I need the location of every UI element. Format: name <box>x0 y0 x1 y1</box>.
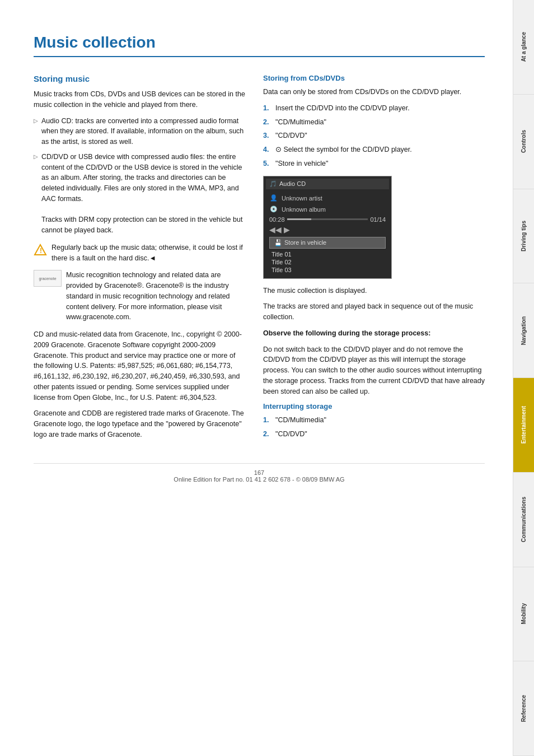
step-text: "Store in vehicle" <box>275 158 328 169</box>
interrupting-storage-heading: Interrupting storage <box>263 402 485 410</box>
warning-icon: ! <box>34 244 47 257</box>
cd-title-3: Title 03 <box>269 266 386 274</box>
bullet-triangle-icon: ▷ <box>34 116 38 125</box>
storing-from-cds-intro: Data can only be stored from CDs/DVDs on… <box>263 87 485 97</box>
right-column: Storing from CDs/DVDs Data can only be s… <box>263 74 485 446</box>
step-text: "CD/DVD" <box>275 130 307 141</box>
step-text: "CD/DVD" <box>275 429 307 440</box>
step-number: 5. <box>263 158 272 169</box>
sidebar-tab-label: Entertainment <box>521 406 527 444</box>
sidebar: At a glance Controls Driving tips Naviga… <box>513 0 534 756</box>
after-screenshot-text-2: The tracks are stored and played back in… <box>263 301 485 323</box>
play-button[interactable]: ▶ <box>284 225 290 234</box>
step-text: Insert the CD/DVD into the CD/DVD player… <box>275 103 410 114</box>
footer: 167 Online Edition for Part no. 01 41 2 … <box>34 463 485 483</box>
list-item: 1. Insert the CD/DVD into the CD/DVD pla… <box>263 103 485 114</box>
cd-controls: ◀◀ ▶ <box>269 224 386 235</box>
gracenote-trademark-text: Gracenote and CDDB are registered trade … <box>34 408 246 440</box>
step-text: "CD/Multimedia" <box>275 415 326 426</box>
sidebar-tab-entertainment[interactable]: Entertainment <box>513 378 534 473</box>
after-screenshot-text-1: The music collection is displayed. <box>263 286 485 296</box>
step-text: ⊙ Select the symbol for the CD/DVD playe… <box>275 144 412 155</box>
cd-body: 👤 Unknown artist 💿 Unknown album 00:28 0… <box>266 190 389 276</box>
bullet-list: ▷ Audio CD: tracks are converted into a … <box>34 116 246 236</box>
cd-title-1: Title 01 <box>269 250 386 258</box>
bullet-triangle-icon: ▷ <box>34 152 38 161</box>
cd-artist-row: 👤 Unknown artist <box>269 193 386 204</box>
step-number: 3. <box>263 130 272 141</box>
observe-text: Observe the following during the storage… <box>263 328 485 339</box>
list-item: 2. "CD/Multimedia" <box>263 117 485 128</box>
list-item: 2. "CD/DVD" <box>263 429 485 440</box>
storing-steps-list: 1. Insert the CD/DVD into the CD/DVD pla… <box>263 103 485 169</box>
sidebar-tab-at-a-glance[interactable]: At a glance <box>513 0 534 95</box>
page-number: 167 <box>254 469 264 476</box>
album-icon: 💿 <box>269 205 278 214</box>
sidebar-tab-label: Mobility <box>521 603 527 624</box>
sidebar-tab-controls[interactable]: Controls <box>513 95 534 189</box>
two-column-layout: Storing music Music tracks from CDs, DVD… <box>34 74 485 446</box>
progress-bar-bg <box>287 218 368 220</box>
step-number: 2. <box>263 429 272 440</box>
warning-text: Regularly back up the music data; otherw… <box>51 242 246 264</box>
gracenote-logo: gracenote <box>34 270 62 287</box>
step-number: 2. <box>263 117 272 128</box>
list-item: 1. "CD/Multimedia" <box>263 415 485 426</box>
storing-from-cds-heading: Storing from CDs/DVDs <box>263 74 485 82</box>
warning-box: ! Regularly back up the music data; othe… <box>34 242 246 264</box>
gracenote-intro-text: Music recognition technology and related… <box>66 270 246 323</box>
gracenote-legal-text: CD and music-related data from Gracenote… <box>34 329 246 403</box>
left-column: Storing music Music tracks from CDs, DVD… <box>34 74 246 446</box>
main-content: Music collection Storing music Music tra… <box>0 0 513 756</box>
cd-album-row: 💿 Unknown album <box>269 204 386 215</box>
prev-button[interactable]: ◀◀ <box>269 225 282 234</box>
interrupting-steps-list: 1. "CD/Multimedia" 2. "CD/DVD" <box>263 415 485 440</box>
step-text: "CD/Multimedia" <box>275 117 326 128</box>
cd-icon: 🎵 <box>269 180 277 188</box>
sidebar-tab-driving-tips[interactable]: Driving tips <box>513 189 534 284</box>
sidebar-tab-label: Controls <box>521 130 527 153</box>
cd-time-total: 01/14 <box>370 216 386 223</box>
storing-music-heading: Storing music <box>34 74 246 83</box>
sidebar-tab-label: Navigation <box>521 316 527 345</box>
bullet-item-text: Audio CD: tracks are converted into a co… <box>41 116 246 147</box>
store-label: Store in vehicle <box>284 239 326 246</box>
gracenote-box: gracenote Music recognition technology a… <box>34 270 246 323</box>
footer-text: Online Edition for Part no. 01 41 2 602 … <box>174 476 344 483</box>
observe-detail: Do not switch back to the CD/DVD player … <box>263 344 485 397</box>
sidebar-tab-label: At a glance <box>521 32 527 62</box>
cd-progress: 00:28 01/14 <box>269 215 386 224</box>
sidebar-tab-reference[interactable]: Reference <box>513 661 534 756</box>
cd-album: Unknown album <box>282 206 326 213</box>
sidebar-tab-label: Communications <box>521 497 527 542</box>
list-item: ▷ CD/DVD or USB device with compressed a… <box>34 152 246 236</box>
list-item: ▷ Audio CD: tracks are converted into a … <box>34 116 246 147</box>
cd-header: 🎵 Audio CD <box>266 179 389 189</box>
list-item: 3. "CD/DVD" <box>263 130 485 141</box>
sidebar-tab-label: Driving tips <box>521 221 527 251</box>
sidebar-tab-communications[interactable]: Communications <box>513 473 534 567</box>
sidebar-tab-label: Reference <box>521 695 527 722</box>
sidebar-tab-mobility[interactable]: Mobility <box>513 567 534 662</box>
artist-icon: 👤 <box>269 194 278 203</box>
cd-time-current: 00:28 <box>269 216 285 223</box>
observe-heading: Observe the following during the storage… <box>263 329 430 337</box>
cd-screenshot: 🎵 Audio CD 👤 Unknown artist 💿 Unknown al… <box>263 176 392 279</box>
bullet-item-text: CD/DVD or USB device with compressed aud… <box>41 152 246 236</box>
step-number: 1. <box>263 415 272 426</box>
store-icon: 💾 <box>274 239 282 246</box>
storing-music-intro: Music tracks from CDs, DVDs and USB devi… <box>34 89 246 110</box>
step-number: 1. <box>263 103 272 114</box>
list-item: 4. ⊙ Select the symbol for the CD/DVD pl… <box>263 144 485 155</box>
cd-artist: Unknown artist <box>282 195 322 202</box>
progress-bar-fill <box>287 218 311 220</box>
cd-title-2: Title 02 <box>269 258 386 266</box>
step-number: 4. <box>263 144 272 155</box>
svg-text:!: ! <box>40 247 42 255</box>
cd-header-label: Audio CD <box>279 180 306 187</box>
sidebar-tab-navigation[interactable]: Navigation <box>513 283 534 378</box>
store-button[interactable]: 💾 Store in vehicle <box>269 237 386 249</box>
list-item: 5. "Store in vehicle" <box>263 158 485 169</box>
page-title: Music collection <box>34 34 485 57</box>
